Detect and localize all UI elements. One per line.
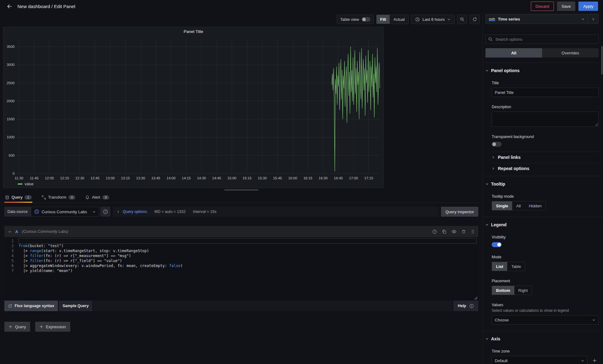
legend-placement-bottom[interactable]: Bottom <box>492 286 514 295</box>
tab-query[interactable]: Query 1 <box>4 192 32 203</box>
datasource-picker[interactable]: Curious Community Labs <box>31 207 99 217</box>
legend-values-description: Select values or calculations to show in… <box>492 308 599 313</box>
legend-mode-list[interactable]: List <box>492 262 507 271</box>
axis-timezone-add-button[interactable] <box>591 357 599 364</box>
tab-transform[interactable]: Transform 0 <box>41 192 76 203</box>
apply-button[interactable]: Apply <box>578 2 598 11</box>
filter-tab-overrides[interactable]: Overrides <box>542 48 599 58</box>
tooltip-mode-all[interactable]: All <box>512 201 525 210</box>
help-button[interactable]: Help <box>453 301 478 311</box>
legend-swatch <box>18 183 22 185</box>
section-tooltip[interactable]: Tooltip <box>485 182 599 187</box>
axis-timezone-select[interactable]: Default <box>492 356 587 364</box>
add-query-label: Query <box>15 325 26 329</box>
table-view-switch[interactable] <box>362 17 370 22</box>
legend-visibility-toggle[interactable] <box>492 242 502 247</box>
timeseries-viz-icon <box>489 17 495 21</box>
table-view-label: Table view <box>340 17 359 22</box>
svg-text:15:30: 15:30 <box>258 176 267 180</box>
flux-syntax-button[interactable]: Flux language syntax <box>4 301 58 311</box>
svg-text:17:15: 17:15 <box>364 176 373 180</box>
query-options-link[interactable]: Query options <box>123 210 147 214</box>
svg-text:14:00: 14:00 <box>167 176 176 180</box>
panel-preview: Panel Title 11:3011:4512:0012:1512:3012:… <box>3 27 384 188</box>
sidebar-scrollbar[interactable] <box>601 46 603 75</box>
back-button[interactable] <box>5 2 14 11</box>
panel-title-input[interactable] <box>492 88 599 97</box>
actual-option[interactable]: Actual <box>390 15 408 24</box>
transform-icon <box>42 195 46 200</box>
editor-resize-handle[interactable] <box>474 297 477 300</box>
code-line[interactable]: 3 |> range(start: v.timeRangeStart, stop… <box>4 248 478 253</box>
svg-text:16:15: 16:15 <box>304 176 313 180</box>
external-link-icon <box>8 304 12 308</box>
sample-query-button[interactable]: Sample Query <box>59 301 92 311</box>
flux-code-editor[interactable]: 1 2from(bucket: "test")3 |> range(start:… <box>4 237 478 301</box>
interval-text: Interval = 15s <box>193 210 216 214</box>
textarea-resize-handle[interactable] <box>595 123 598 126</box>
visualization-picker[interactable]: Time series <box>485 14 588 24</box>
add-query-button[interactable]: Query <box>4 322 30 332</box>
code-line[interactable]: 1 <box>4 238 478 243</box>
tooltip-mode-single[interactable]: Single <box>492 201 512 210</box>
legend-series-label[interactable]: value <box>25 182 34 186</box>
options-search[interactable] <box>485 35 599 44</box>
panel-links-section[interactable]: Panel links <box>492 152 599 162</box>
svg-text:13:15: 13:15 <box>121 176 130 180</box>
table-view-toggle[interactable]: Table view <box>337 15 374 24</box>
zoom-out-button[interactable] <box>457 15 467 24</box>
chevron-down-icon <box>8 230 12 233</box>
pane-resize-handle[interactable] <box>0 188 483 192</box>
transparent-bg-toggle[interactable] <box>492 142 502 147</box>
transparent-bg-label: Transparent background <box>492 135 599 139</box>
tab-alert[interactable]: Alert 0 <box>85 192 110 203</box>
flux-syntax-label: Flux language syntax <box>15 304 54 308</box>
save-button[interactable]: Save <box>557 2 576 11</box>
add-expression-button[interactable]: Expression <box>35 322 70 332</box>
repeat-options-section[interactable]: Repeat options <box>492 163 599 173</box>
drag-handle-icon[interactable] <box>471 229 475 234</box>
code-line[interactable]: 6 |> aggregateWindow(every: v.windowPeri… <box>4 263 478 268</box>
time-series-chart[interactable]: 11:3011:4512:0012:1512:3012:4513:0013:15… <box>3 36 383 182</box>
time-range-picker[interactable]: Last 6 hours <box>411 17 454 22</box>
discard-button[interactable]: Discard <box>531 2 554 11</box>
chevron-down-icon <box>92 210 96 214</box>
tooltip-mode-hidden[interactable]: Hidden <box>525 201 545 210</box>
code-line[interactable]: 7 |> yield(name: "mean") <box>4 268 478 273</box>
query-ref-id: A <box>15 229 18 234</box>
section-panel-options[interactable]: Panel options <box>485 68 599 73</box>
code-line[interactable]: 5 |> filter(fn: (r) => r["_field"] == "v… <box>4 258 478 263</box>
section-title: Axis <box>491 336 500 341</box>
legend-visibility-label: Visibility <box>492 235 599 239</box>
code-line[interactable]: 2from(bucket: "test") <box>4 243 478 248</box>
tab-query-label: Query <box>12 195 22 200</box>
svg-text:1000: 1000 <box>7 135 15 139</box>
legend-mode-table[interactable]: Table <box>507 262 525 271</box>
datasource-help-button[interactable]: ? <box>100 207 110 217</box>
legend-placement-group: Bottom Right <box>492 286 532 295</box>
tab-transform-label: Transform <box>48 195 67 200</box>
refresh-button[interactable] <box>470 15 480 24</box>
query-inspector-button[interactable]: Query inspector <box>441 207 478 217</box>
duplicate-icon[interactable] <box>442 229 447 234</box>
legend-placement-right[interactable]: Right <box>514 286 532 295</box>
info-circle-icon <box>469 304 474 308</box>
collapse-options-button[interactable] <box>588 14 599 24</box>
section-legend[interactable]: Legend <box>485 222 599 227</box>
trash-icon[interactable] <box>462 229 466 234</box>
options-search-input[interactable] <box>495 37 596 42</box>
code-line[interactable]: 4 |> filter(fn: (r) => r["_measurement"]… <box>4 253 478 258</box>
chevron-down-icon <box>592 318 596 322</box>
svg-text:17:00: 17:00 <box>349 176 358 180</box>
help-label: Help <box>458 304 466 308</box>
fill-option[interactable]: Fill <box>377 15 390 24</box>
eye-icon[interactable] <box>452 229 457 234</box>
query-editor-card: A (Curious Community Labs) ? 1 2from(buc… <box>4 226 478 311</box>
section-axis[interactable]: Axis <box>485 336 599 341</box>
query-row-header[interactable]: A (Curious Community Labs) ? <box>4 226 478 237</box>
info-circle-icon[interactable]: ? <box>432 229 437 234</box>
description-textarea[interactable] <box>492 112 599 127</box>
svg-text:1500: 1500 <box>7 117 15 121</box>
legend-values-select[interactable]: Choose <box>492 315 599 325</box>
filter-tab-all[interactable]: All <box>485 48 542 58</box>
